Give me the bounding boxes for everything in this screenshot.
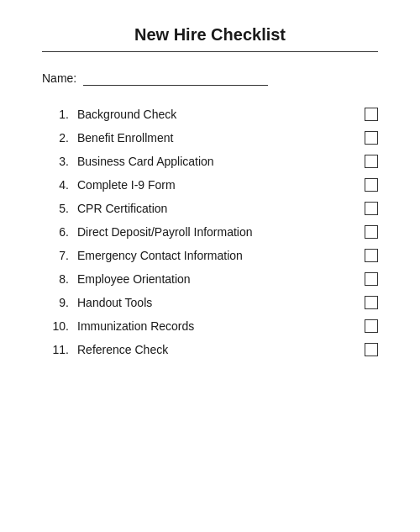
item-checkbox[interactable]: [365, 296, 378, 309]
item-number: 10.: [42, 319, 69, 333]
name-row: Name:: [42, 71, 378, 86]
list-item: 11.Reference Check: [42, 338, 378, 361]
name-label: Name:: [42, 71, 76, 85]
list-item: 9.Handout Tools: [42, 291, 378, 314]
item-checkbox[interactable]: [365, 155, 378, 168]
item-label: Emergency Contact Information: [77, 249, 365, 262]
list-item: 3.Business Card Application: [42, 150, 378, 173]
list-item: 4.Complete I-9 Form: [42, 173, 378, 197]
list-item: 1.Background Check: [42, 103, 378, 126]
item-number: 9.: [42, 296, 69, 309]
item-label: CPR Certification: [77, 202, 365, 215]
item-label: Background Check: [77, 108, 365, 121]
item-label: Benefit Enrollment: [77, 131, 365, 145]
page-title: New Hire Checklist: [42, 25, 378, 45]
item-checkbox[interactable]: [365, 131, 378, 145]
item-checkbox[interactable]: [365, 249, 378, 262]
item-checkbox[interactable]: [365, 108, 378, 121]
item-label: Handout Tools: [77, 296, 365, 309]
item-number: 11.: [42, 343, 69, 356]
item-checkbox[interactable]: [365, 319, 378, 333]
name-input[interactable]: [83, 71, 268, 86]
item-checkbox[interactable]: [365, 225, 378, 239]
item-label: Direct Deposit/Payroll Information: [77, 225, 365, 239]
page: New Hire Checklist Name: 1.Background Ch…: [0, 0, 420, 532]
item-number: 6.: [42, 225, 69, 239]
list-item: 7.Emergency Contact Information: [42, 244, 378, 267]
item-label: Immunization Records: [77, 319, 365, 333]
list-item: 2.Benefit Enrollment: [42, 126, 378, 150]
item-label: Reference Check: [77, 343, 365, 356]
item-number: 8.: [42, 272, 69, 286]
list-item: 5.CPR Certification: [42, 197, 378, 220]
item-checkbox[interactable]: [365, 343, 378, 356]
item-label: Employee Orientation: [77, 272, 365, 286]
item-number: 4.: [42, 178, 69, 192]
list-item: 8.Employee Orientation: [42, 267, 378, 291]
list-item: 10.Immunization Records: [42, 314, 378, 338]
item-checkbox[interactable]: [365, 178, 378, 192]
item-number: 1.: [42, 108, 69, 121]
item-number: 2.: [42, 131, 69, 145]
item-label: Business Card Application: [77, 155, 365, 168]
item-checkbox[interactable]: [365, 202, 378, 215]
item-number: 3.: [42, 155, 69, 168]
item-number: 7.: [42, 249, 69, 262]
item-checkbox[interactable]: [365, 272, 378, 286]
item-label: Complete I-9 Form: [77, 178, 365, 192]
item-number: 5.: [42, 202, 69, 215]
list-item: 6.Direct Deposit/Payroll Information: [42, 220, 378, 244]
title-divider: [42, 51, 378, 52]
checklist: 1.Background Check2.Benefit Enrollment3.…: [42, 103, 378, 361]
